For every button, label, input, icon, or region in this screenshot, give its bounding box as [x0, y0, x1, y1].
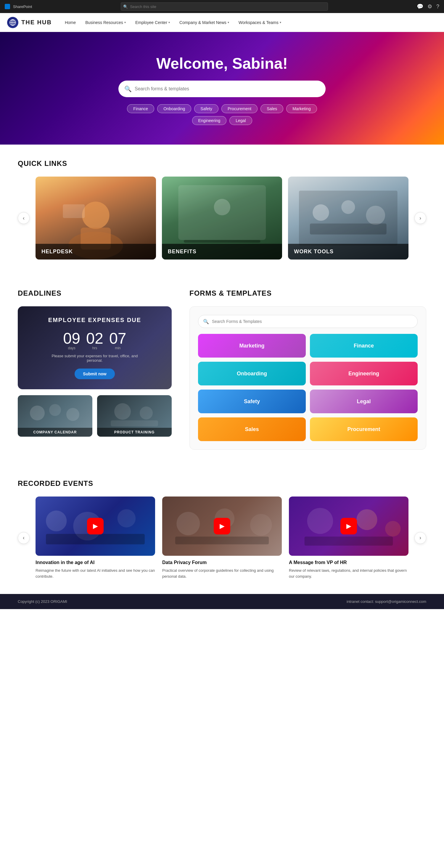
play-btn-hr[interactable]: ▶: [340, 518, 357, 534]
form-tile-finance-label: Finance: [354, 343, 374, 349]
svg-rect-33: [305, 536, 393, 546]
form-tile-marketing-label: Marketing: [239, 343, 264, 349]
quick-link-card-benefits[interactable]: BENEFITS: [162, 177, 282, 259]
quick-link-benefits-label: BENEFITS: [162, 244, 282, 259]
play-btn-ai[interactable]: ▶: [87, 518, 104, 534]
top-bar-right: 💬 ⚙ ?: [417, 3, 439, 10]
countdown-timer: 09 days 02 hrs 07 min: [63, 331, 126, 350]
tag-legal[interactable]: Legal: [229, 116, 252, 125]
event-card-privacy[interactable]: ▶ Data Privacy Forum Practical overview …: [162, 497, 282, 579]
svg-point-16: [30, 406, 45, 421]
help-icon[interactable]: ?: [436, 4, 439, 10]
hero-title: Welcome, Sabina!: [156, 55, 288, 72]
recorded-events-title: RECORDED EVENTS: [18, 479, 426, 488]
nav-item-employee-center[interactable]: Employee Center ▾: [131, 18, 174, 27]
mini-card-product-training[interactable]: PRODUCT TRAINING: [97, 395, 172, 437]
quick-links-prev-arrow[interactable]: ‹: [18, 212, 30, 224]
two-col-section: DEADLINES EMPLOYEE EXPENSES DUE 09 days …: [0, 274, 444, 465]
nav-bar: THE HUB Home Business Resources ▾ Employ…: [0, 13, 444, 32]
countdown-hrs-label: hrs: [92, 346, 97, 350]
chat-icon[interactable]: 💬: [417, 3, 423, 10]
nav-item-workspaces[interactable]: Workspaces & Teams ▾: [234, 18, 285, 27]
forms-search-bar: 🔍: [198, 315, 418, 328]
top-bar-search-container: 🔍: [121, 2, 328, 11]
countdown-min-value: 07: [109, 331, 126, 346]
svg-rect-29: [175, 536, 269, 544]
form-tile-legal[interactable]: Legal: [310, 390, 418, 413]
nav-business-label: Business Resources: [85, 20, 123, 25]
tag-engineering[interactable]: Engineering: [192, 116, 227, 125]
nav-news-label: Company & Market News: [179, 20, 227, 25]
quick-links-next-arrow[interactable]: ›: [414, 212, 426, 224]
deadlines-title: DEADLINES: [18, 289, 172, 298]
tag-procurement[interactable]: Procurement: [221, 104, 258, 113]
tag-marketing[interactable]: Marketing: [286, 104, 317, 113]
svg-point-5: [82, 202, 109, 229]
svg-point-22: [46, 510, 67, 531]
svg-point-14: [366, 206, 385, 225]
top-bar-left: SharePoint: [5, 4, 32, 9]
form-tile-finance[interactable]: Finance: [310, 334, 418, 358]
tag-safety[interactable]: Safety: [194, 104, 218, 113]
quick-link-card-helpdesk[interactable]: HELPDESK: [36, 177, 156, 259]
app-name: SharePoint: [13, 4, 32, 9]
event-card-ai[interactable]: ▶ Innovation in the age of AI Reimagine …: [36, 497, 155, 579]
forms-grid: Marketing Finance Onboarding Engineering…: [198, 334, 418, 441]
countdown-min: 07 min: [109, 331, 126, 350]
tag-finance[interactable]: Finance: [127, 104, 154, 113]
tag-sales[interactable]: Sales: [261, 104, 283, 113]
settings-icon[interactable]: ⚙: [428, 3, 432, 10]
submit-expenses-button[interactable]: Submit now: [75, 369, 114, 379]
nav-item-home[interactable]: Home: [61, 18, 80, 27]
forms-search-input[interactable]: [212, 319, 413, 324]
event-card-hr[interactable]: ▶ A Message from VP of HR Review of rele…: [289, 497, 408, 579]
svg-point-13: [342, 200, 355, 214]
countdown-days: 09 days: [63, 331, 80, 350]
forms-templates-box: 🔍 Marketing Finance Onboarding Engineeri…: [190, 306, 426, 450]
events-cards: ▶ Innovation in the age of AI Reimagine …: [36, 497, 408, 579]
form-tile-safety[interactable]: Safety: [198, 390, 306, 413]
svg-point-12: [313, 205, 329, 221]
event-desc-privacy: Practical overview of corporate guidelin…: [162, 568, 282, 579]
event-title-hr: A Message from VP of HR: [289, 560, 408, 565]
nav-item-business-resources[interactable]: Business Resources ▾: [81, 18, 130, 27]
svg-point-28: [250, 514, 272, 536]
svg-rect-7: [63, 205, 84, 218]
svg-rect-15: [310, 223, 386, 234]
hero-search-icon: 🔍: [124, 85, 132, 92]
form-tile-safety-label: Safety: [244, 398, 260, 405]
nav-logo-text: THE HUB: [21, 19, 52, 26]
event-desc-ai: Reimagine the future with our latest AI …: [36, 568, 155, 579]
form-tile-sales-label: Sales: [245, 426, 259, 433]
tag-onboarding[interactable]: Onboarding: [157, 104, 191, 113]
event-title-ai: Innovation in the age of AI: [36, 560, 155, 565]
nav-workspaces-label: Workspaces & Teams: [239, 20, 278, 25]
top-bar: SharePoint 🔍 💬 ⚙ ?: [0, 0, 444, 13]
recorded-events-section: RECORDED EVENTS ‹ ▶ Innovation in the ag…: [0, 465, 444, 594]
quick-links-title: QUICK LINKS: [18, 159, 426, 168]
form-tile-procurement[interactable]: Procurement: [310, 417, 418, 441]
svg-point-30: [307, 508, 333, 534]
form-tile-sales[interactable]: Sales: [198, 417, 306, 441]
sharepoint-logo-icon: [5, 4, 10, 9]
events-prev-arrow[interactable]: ‹: [18, 532, 30, 544]
hero-section: Welcome, Sabina! 🔍 Finance Onboarding Sa…: [0, 32, 444, 145]
footer-copyright: Copyright (c) 2023 ORIGAMI: [18, 599, 67, 604]
event-thumb-hr: ▶: [289, 497, 408, 556]
mini-card-company-calendar[interactable]: COMPANY CALENDAR: [18, 395, 92, 437]
mini-card-training-label: PRODUCT TRAINING: [97, 428, 172, 437]
form-tile-legal-label: Legal: [357, 398, 371, 405]
top-bar-search-input[interactable]: [121, 2, 328, 11]
event-thumb-ai: ▶: [36, 497, 155, 556]
form-tile-engineering[interactable]: Engineering: [310, 362, 418, 385]
events-next-arrow[interactable]: ›: [414, 532, 426, 544]
play-btn-privacy[interactable]: ▶: [214, 518, 230, 534]
form-tile-marketing[interactable]: Marketing: [198, 334, 306, 358]
nav-item-company-news[interactable]: Company & Market News ▾: [175, 18, 233, 27]
countdown-hrs-value: 02: [86, 331, 103, 346]
quick-link-card-worktools[interactable]: WORK TOOLS: [288, 177, 408, 259]
form-tile-onboarding[interactable]: Onboarding: [198, 362, 306, 385]
hero-search-bar: 🔍: [118, 81, 326, 97]
nav-home-label: Home: [65, 20, 76, 25]
hero-search-input[interactable]: [135, 86, 320, 92]
